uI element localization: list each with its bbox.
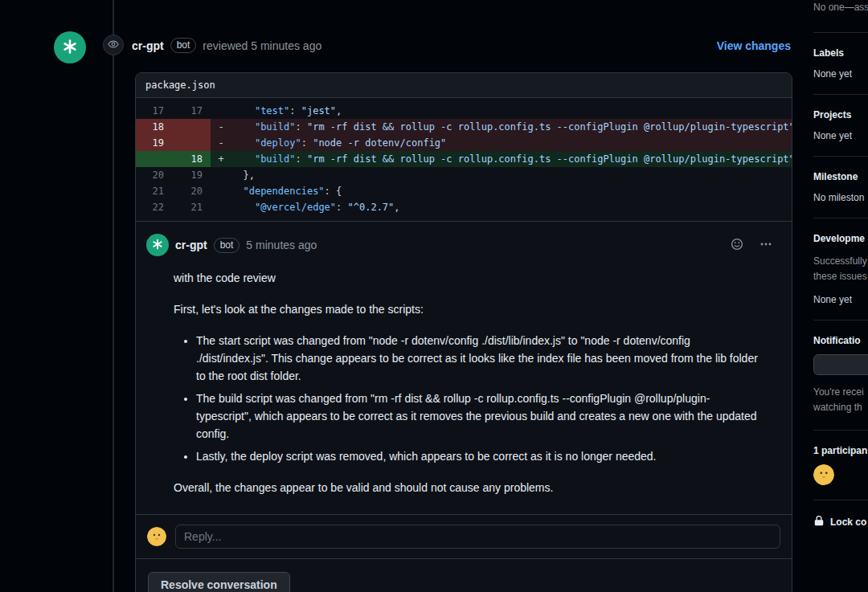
review-header: cr-gpt bot reviewed 5 minutes ago View c… bbox=[132, 38, 791, 53]
projects-title[interactable]: Projects bbox=[813, 109, 868, 120]
notifications-title: Notificatio bbox=[813, 335, 868, 346]
participant-avatar[interactable] bbox=[813, 464, 834, 485]
code-token bbox=[231, 105, 255, 116]
code-token: "test" bbox=[255, 105, 289, 116]
code-token bbox=[231, 153, 255, 165]
new-line-number: 21 bbox=[172, 199, 211, 215]
notifications-button[interactable] bbox=[813, 354, 868, 375]
labels-value: None yet bbox=[813, 68, 868, 80]
labels-title[interactable]: Labels bbox=[813, 47, 868, 59]
new-line-number: 17 bbox=[172, 103, 211, 119]
diff-table: 1717 "test": "jest",18- "build": "rm -rf… bbox=[136, 98, 792, 222]
old-line-number: 22 bbox=[136, 199, 172, 215]
code-token: "^0.2.7" bbox=[348, 202, 395, 213]
new-line-number: 19 bbox=[172, 167, 211, 183]
code-token: "build" bbox=[255, 121, 296, 133]
code-token: "node -r dotenv/config" bbox=[313, 137, 446, 149]
notifications-desc-line: You're recei bbox=[813, 385, 868, 400]
sidebar-section-labels: Labels None yet bbox=[813, 32, 868, 94]
diff-sign bbox=[211, 183, 231, 199]
openai-logo-icon bbox=[61, 38, 79, 58]
code-token: : bbox=[336, 202, 347, 213]
sidebar-section-participants: 1 participan bbox=[813, 430, 868, 500]
notifications-desc-line: watching th bbox=[813, 400, 868, 415]
sidebar-section-notifications: Notificatio You're recei watching th bbox=[813, 320, 868, 430]
lock-conversation-button[interactable]: Lock co bbox=[813, 515, 868, 529]
development-desc-line: these issues bbox=[813, 269, 868, 284]
lock-label: Lock co bbox=[830, 516, 866, 528]
code-token: : bbox=[301, 137, 313, 149]
old-line-number: 19 bbox=[136, 135, 172, 151]
code-line: "deploy": "node -r dotenv/config" bbox=[231, 135, 792, 151]
comment-body: with the code review First, let's look a… bbox=[136, 264, 792, 514]
code-token: , bbox=[394, 202, 399, 213]
openai-logo-icon bbox=[151, 238, 164, 253]
code-line: "dependencies": { bbox=[231, 183, 792, 199]
diff-row-del: 19- "deploy": "node -r dotenv/config" bbox=[136, 135, 792, 151]
code-token: "dependencies" bbox=[243, 186, 324, 197]
diff-row-add: 18+ "build": "rm -rf dist && rollup -c r… bbox=[136, 151, 792, 167]
diff-row-context: 2120 "dependencies": { bbox=[136, 183, 792, 199]
review-action-text: reviewed 5 minutes ago bbox=[203, 39, 321, 52]
assignees-value: No one—ass bbox=[813, 2, 868, 13]
code-line: "@vercel/edge": "^0.2.7", bbox=[231, 199, 792, 215]
milestone-value: No mileston bbox=[813, 192, 868, 203]
comment-paragraph: Overall, the changes appear to be valid … bbox=[174, 479, 763, 496]
comment-paragraph: with the code review bbox=[174, 269, 763, 287]
code-line: "test": "jest", bbox=[231, 103, 792, 119]
milestone-title[interactable]: Milestone bbox=[813, 171, 868, 182]
diff-sign bbox=[211, 199, 231, 215]
user-avatar bbox=[147, 527, 166, 546]
code-token bbox=[231, 202, 255, 213]
diff-filename[interactable]: package.json bbox=[136, 73, 792, 98]
comment-paragraph: First, let's look at the changes made to… bbox=[174, 300, 763, 318]
bullet-item: The start script was changed from "node … bbox=[196, 332, 763, 385]
sidebar: No one—ass Labels None yet Projects None… bbox=[813, 0, 868, 543]
sidebar-section-lock: Lock co bbox=[813, 500, 868, 543]
new-line-number: 20 bbox=[172, 183, 211, 199]
diff-row-context: 2221 "@vercel/edge": "^0.2.7", bbox=[136, 199, 792, 215]
diff-sign bbox=[211, 103, 231, 119]
old-line-number: 17 bbox=[136, 103, 172, 119]
code-token: }, bbox=[231, 169, 255, 181]
new-line-number: 18 bbox=[172, 151, 211, 167]
comment-header: cr-gpt bot 5 minutes ago bbox=[136, 222, 792, 264]
review-thread: package.json 1717 "test": "jest",18- "bu… bbox=[135, 72, 792, 592]
lock-icon bbox=[813, 515, 825, 529]
code-token bbox=[231, 186, 243, 197]
projects-value: None yet bbox=[813, 130, 868, 141]
comment-author[interactable]: cr-gpt bbox=[175, 239, 207, 251]
diff-sign: - bbox=[211, 135, 231, 151]
code-token bbox=[231, 137, 255, 149]
comment-options-button[interactable] bbox=[760, 238, 772, 253]
comment-bullets: The start script was changed from "node … bbox=[174, 332, 763, 465]
diff-row-context: 1717 "test": "jest", bbox=[136, 103, 792, 119]
code-token: : bbox=[295, 153, 306, 165]
development-title[interactable]: Developme bbox=[813, 233, 868, 244]
diff-row-context: 2019 }, bbox=[136, 167, 792, 183]
diff-sign: + bbox=[211, 151, 231, 167]
old-line-number bbox=[136, 151, 172, 167]
resolve-conversation-button[interactable]: Resolve conversation bbox=[148, 572, 290, 592]
comment-avatar[interactable] bbox=[146, 234, 169, 256]
reply-input[interactable] bbox=[175, 525, 780, 549]
reply-row bbox=[136, 514, 792, 558]
code-line: "build": "rm -rf dist && rollup -c rollu… bbox=[231, 151, 792, 167]
comment-timestamp: 5 minutes ago bbox=[246, 239, 317, 251]
sidebar-section-projects: Projects None yet bbox=[813, 94, 868, 156]
view-changes-link[interactable]: View changes bbox=[717, 39, 791, 52]
code-token: "deploy" bbox=[255, 137, 301, 149]
bullet-item: Lastly, the deploy script was removed, w… bbox=[196, 447, 763, 465]
development-desc-line: Successfully bbox=[813, 254, 868, 269]
resolve-row: Resolve conversation bbox=[136, 558, 792, 592]
review-eye-badge bbox=[103, 35, 124, 55]
bot-badge: bot bbox=[170, 38, 197, 53]
code-token bbox=[231, 121, 255, 133]
add-reaction-button[interactable] bbox=[731, 238, 743, 253]
review-author[interactable]: cr-gpt bbox=[132, 39, 164, 52]
code-line: "build": "rm -rf dist && rollup -c rollu… bbox=[231, 119, 792, 135]
code-token: , bbox=[336, 105, 342, 116]
diff-sign bbox=[211, 167, 231, 183]
new-line-number bbox=[172, 135, 211, 151]
bot-avatar[interactable] bbox=[54, 31, 86, 63]
